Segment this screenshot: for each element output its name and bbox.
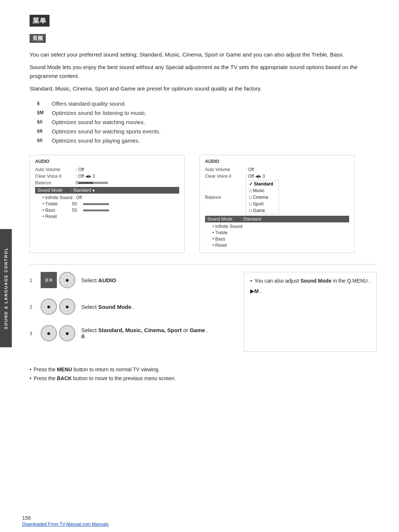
footer-note-1: • Press the MENU button to return to nor…	[30, 366, 377, 372]
step-1: 1 菜单 ● Select AUDIO	[30, 272, 233, 288]
audio-label-hl: Sound Mode	[37, 188, 71, 193]
step-3-buttons: ● ●	[41, 325, 75, 341]
audio-sub-rows-left: • Infinite Sound : Off • Treble 50 • Bas…	[42, 195, 179, 219]
header-logo-area: 菜单	[30, 15, 377, 27]
feature-desc-standard: Offers standard-quality sound.	[52, 100, 126, 107]
audio-label: Balance	[205, 195, 246, 200]
menu-button[interactable]: 菜单	[41, 272, 57, 288]
step-1-desc: Select AUDIO	[81, 277, 233, 283]
audio-sub-bass: • Bass 50	[42, 208, 179, 213]
footer-bullet-2: •	[30, 375, 31, 381]
footer-note-2: • Press the BACK button to move to the p…	[30, 375, 377, 381]
audio-value: : Off	[76, 167, 84, 172]
feature-item: §ñ Optimizes sound for playing games.	[37, 137, 377, 144]
dropdown-item-standard[interactable]: ✓ Standard	[246, 181, 279, 187]
note-text-2: ▶M .	[250, 287, 261, 295]
audio-label: Auto Volume	[205, 167, 246, 172]
feature-item: §ñ Optimizes sound for watching movies.	[37, 119, 377, 125]
intro-para-3: Standard, Music, Cinema, Sport and Game …	[30, 84, 377, 93]
dropdown-menu-right[interactable]: ✓ Standard □ Music □ Cinema □ Sport □ Ga…	[246, 180, 279, 214]
page-container: SOUND & LANGUAGE CONTROL 菜单 音频 You can s…	[0, 0, 399, 532]
audio-sub-infinite-right: • Infinite Sound	[212, 224, 349, 229]
note-text-1: You can also adjust Sound Mode in the Q.…	[254, 277, 371, 285]
step-number-3: 3	[30, 331, 35, 336]
audio-sub-bass-right: • Bass	[212, 236, 349, 242]
circle-icon: ●	[65, 303, 69, 311]
audio-value: : Off ◀● 3	[246, 174, 265, 179]
steps-left: 1 菜单 ● Select AUDIO 2 ●	[30, 272, 233, 352]
audio-label: Clear Voice II	[35, 174, 76, 179]
footer-bullet-1: •	[30, 366, 31, 372]
audio-row-balance-right: Balance ✓ Standard □ Music □ Cinema □ Sp…	[205, 180, 349, 214]
feature-item: § Offers standard-quality sound.	[37, 100, 377, 107]
audio-row-clearvoice-left: Clear Voice II : Off ◀● 3	[35, 174, 179, 179]
audio-row-soundmode-right: Sound Mode : Standard	[205, 216, 349, 222]
audio-panel-right: AUDIO Auto Volume : Off Clear Voice II :…	[200, 155, 355, 253]
step-1-buttons: 菜单 ●	[41, 272, 75, 288]
step-3-circle-1[interactable]: ●	[41, 325, 57, 341]
dropdown-item-music[interactable]: □ Music	[246, 187, 279, 194]
sub-logo-text: 音频	[33, 35, 43, 41]
audio-row-soundmode-left: Sound Mode : Standard ●	[35, 187, 179, 194]
audio-sub-treble: • Treble 50	[42, 201, 179, 207]
circle-icon: ●	[65, 276, 69, 284]
feature-desc-music: Optimizes sound for listening to music.	[52, 110, 147, 116]
feature-desc-cinema: Optimizes sound for watching movies.	[52, 119, 145, 125]
menu-button-icon: 菜单	[45, 277, 53, 283]
audio-value-hl: : Standard	[241, 216, 261, 222]
feature-item: §M Optimizes sound for listening to musi…	[37, 110, 377, 116]
audio-row-autovol-right: Auto Volume : Off	[205, 167, 349, 172]
dropdown-item-sport[interactable]: □ Sport	[246, 201, 279, 207]
intro-para-2: Sound Mode lets you enjoy the best sound…	[30, 63, 377, 81]
step-2: 2 ● ● Select Sound Mode .	[30, 299, 233, 315]
audio-title-right: AUDIO	[205, 159, 349, 164]
audio-sub-treble-right: • Treble	[212, 230, 349, 235]
audio-value-hl: : Standard ●	[71, 188, 95, 193]
step-3-desc: Select Standard, Music, Cinema, Sport or…	[81, 327, 233, 340]
logo-box: 菜单	[30, 15, 50, 27]
page-number: 156	[22, 515, 31, 521]
audio-value: : Off ◀● 3	[76, 174, 95, 179]
audio-value: 0	[76, 180, 78, 185]
feature-icon-standard: §	[37, 100, 52, 106]
audio-sub-reset-right: • Reset	[212, 243, 349, 248]
steps-section: 1 菜单 ● Select AUDIO 2 ●	[30, 272, 377, 352]
circle-icon: ●	[65, 330, 69, 337]
audio-row-clearvoice-right: Clear Voice II : Off ◀● 3	[205, 174, 349, 179]
feature-icon-music: §M	[37, 110, 52, 115]
audio-panels: AUDIO Auto Volume : Off Clear Voice II :…	[30, 155, 377, 253]
audio-title-left: AUDIO	[35, 159, 179, 164]
feature-icon-game: §ñ	[37, 137, 52, 143]
audio-value: : Off	[246, 167, 254, 172]
sub-logo: 音频	[30, 34, 46, 43]
audio-sub-reset: • Reset	[42, 214, 179, 219]
audio-sub-infinite: • Infinite Sound : Off	[42, 195, 179, 200]
dropdown-item-cinema[interactable]: □ Cinema	[246, 194, 279, 201]
audio-row-balance-left: Balance 0	[35, 180, 179, 185]
feature-desc-game: Optimizes sound for playing games.	[52, 137, 140, 144]
section-divider	[30, 264, 377, 265]
circle-icon: ●	[47, 303, 51, 311]
step-3-circle-2[interactable]: ●	[59, 325, 75, 341]
audio-row-autovol-left: Auto Volume : Off	[35, 167, 179, 172]
footer-text-2: Press the BACK button to move to the pre…	[34, 375, 175, 381]
note-line-2: ▶M .	[250, 287, 371, 295]
step-1-circle[interactable]: ●	[59, 272, 75, 288]
footer-text-1: Press the MENU button to return to norma…	[34, 366, 160, 372]
audio-label: Clear Voice II	[205, 174, 246, 179]
audio-sub-rows-right: • Infinite Sound • Treble • Bass • Reset	[212, 224, 349, 248]
audio-label-hl: Sound Mode	[207, 216, 241, 222]
feature-desc-sport: Optimizes sound for watching sports even…	[52, 128, 160, 134]
tv-manual-link[interactable]: Downloaded From TV-Manual.com Manuals	[22, 522, 109, 527]
feature-icon-sport: §ß	[37, 128, 52, 134]
note-line-1: • You can also adjust Sound Mode in the …	[250, 277, 371, 285]
step-2-circle-2[interactable]: ●	[59, 299, 75, 315]
dropdown-item-game[interactable]: □ Game	[246, 207, 279, 214]
feature-item: §ß Optimizes sound for watching sports e…	[37, 128, 377, 134]
audio-label: Auto Volume	[35, 167, 76, 172]
audio-label: Balance	[35, 180, 76, 185]
step-3: 3 ● ● Select Standard, Music, Cinema, Sp…	[30, 325, 233, 341]
step-number-2: 2	[30, 304, 35, 310]
feature-icon-cinema: §ñ	[37, 119, 52, 125]
step-2-circle-1[interactable]: ●	[41, 299, 57, 315]
